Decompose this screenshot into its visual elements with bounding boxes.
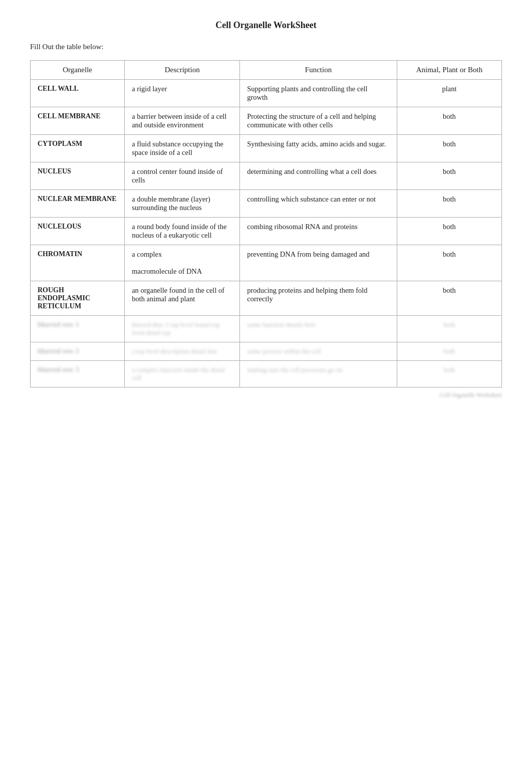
cell-organelle: CELL WALL: [31, 80, 125, 107]
cell-description: a complex function inside the detail cel…: [125, 361, 240, 387]
table-row: NUCLEAR MEMBRANEa double membrane (layer…: [31, 190, 502, 218]
cell-type: both: [397, 361, 501, 387]
cell-organelle: NUCLELOUS: [31, 218, 125, 245]
cell-function: controlling which substance can enter or…: [240, 190, 397, 218]
cell-function: Synthesising fatty acids, amino acids an…: [240, 135, 397, 162]
cell-description: a barrier between inside of a cell and o…: [125, 107, 240, 135]
cell-description: a round body found inside of the nucleus…: [125, 218, 240, 245]
cell-type: both: [397, 107, 501, 135]
cell-description: a top level description detail line: [125, 342, 240, 361]
table-row: blurred row 3a complex function inside t…: [31, 361, 502, 387]
cell-type: both: [397, 316, 501, 342]
cell-function: some function details here: [240, 316, 397, 342]
organelle-table: Organelle Description Function Animal, P…: [30, 60, 502, 387]
cell-function: preventing DNA from being damaged and: [240, 245, 397, 281]
table-header-row: Organelle Description Function Animal, P…: [31, 61, 502, 80]
cell-description: a control center found inside of cells: [125, 162, 240, 190]
cell-function: Protecting the structure of a cell and h…: [240, 107, 397, 135]
cell-organelle: NUCLEUS: [31, 162, 125, 190]
cell-function: determining and controlling what a cell …: [240, 162, 397, 190]
cell-organelle: blurred row 2: [31, 342, 125, 361]
cell-organelle: CYTOPLASM: [31, 135, 125, 162]
cell-type: plant: [397, 80, 501, 107]
header-function: Function: [240, 61, 397, 80]
header-description: Description: [125, 61, 240, 80]
cell-type: both: [397, 162, 501, 190]
cell-description: blurred desc 1 top level found top level…: [125, 316, 240, 342]
cell-organelle: blurred row 1: [31, 316, 125, 342]
cell-organelle: ROUGH ENDOPLASMIC RETICULUM: [31, 281, 125, 316]
table-row: NUCLEUSa control center found inside of …: [31, 162, 502, 190]
table-row: NUCLELOUSa round body found inside of th…: [31, 218, 502, 245]
footer-note: Cell Organelle Worksheet: [30, 392, 502, 399]
cell-type: both: [397, 218, 501, 245]
cell-organelle: CHROMATIN: [31, 245, 125, 281]
cell-type: both: [397, 190, 501, 218]
cell-type: both: [397, 135, 501, 162]
table-row: ROUGH ENDOPLASMIC RETICULUMan organelle …: [31, 281, 502, 316]
cell-description: a complex macromolecule of DNA: [125, 245, 240, 281]
cell-description: a rigid layer: [125, 80, 240, 107]
cell-function: making sure the cell processes go on: [240, 361, 397, 387]
table-row: blurred row 2a top level description det…: [31, 342, 502, 361]
instruction-text: Fill Out the table below:: [30, 43, 502, 51]
cell-organelle: blurred row 3: [31, 361, 125, 387]
table-row: CHROMATINa complex macromolecule of DNAp…: [31, 245, 502, 281]
cell-description: a fluid substance occupying the space in…: [125, 135, 240, 162]
header-type: Animal, Plant or Both: [397, 61, 501, 80]
header-organelle: Organelle: [31, 61, 125, 80]
cell-organelle: NUCLEAR MEMBRANE: [31, 190, 125, 218]
cell-description: a double membrane (layer) surrounding th…: [125, 190, 240, 218]
cell-organelle: CELL MEMBRANE: [31, 107, 125, 135]
cell-function: combing ribosomal RNA and proteins: [240, 218, 397, 245]
cell-function: Supporting plants and controlling the ce…: [240, 80, 397, 107]
table-row: CYTOPLASMa fluid substance occupying the…: [31, 135, 502, 162]
page-title: Cell Organelle WorkSheet: [30, 20, 502, 31]
cell-function: some process within the cell: [240, 342, 397, 361]
table-row: CELL WALLa rigid layerSupporting plants …: [31, 80, 502, 107]
cell-function: producing proteins and helping them fold…: [240, 281, 397, 316]
cell-description: an organelle found in the cell of both a…: [125, 281, 240, 316]
cell-type: both: [397, 281, 501, 316]
cell-type: both: [397, 342, 501, 361]
table-row: CELL MEMBRANEa barrier between inside of…: [31, 107, 502, 135]
table-row: blurred row 1blurred desc 1 top level fo…: [31, 316, 502, 342]
cell-type: both: [397, 245, 501, 281]
